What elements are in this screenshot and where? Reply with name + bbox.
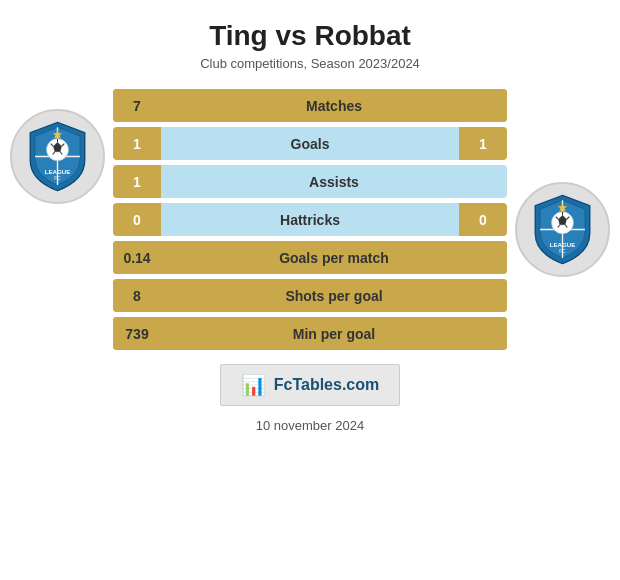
goals-per-match-label: Goals per match	[161, 241, 507, 274]
assists-label: Assists	[161, 165, 507, 198]
stat-row-min-per-goal: 739 Min per goal	[113, 317, 507, 350]
stat-row-matches: 7 Matches	[113, 89, 507, 122]
min-per-goal-label: Min per goal	[161, 317, 507, 350]
fctables-text: FcTables.com	[274, 376, 380, 394]
main-content: LEAGUE FC 7 Matches 1 Goals 1 1 Assists	[10, 89, 610, 350]
assists-left-value: 1	[113, 165, 161, 198]
stats-container: 7 Matches 1 Goals 1 1 Assists 0 Hattrick…	[105, 89, 515, 350]
shots-per-goal-left-value: 8	[113, 279, 161, 312]
shots-per-goal-label: Shots per goal	[161, 279, 507, 312]
hattricks-right-value: 0	[459, 203, 507, 236]
footer-date: 10 november 2024	[256, 418, 364, 433]
stat-row-assists: 1 Assists	[113, 165, 507, 198]
hattricks-label: Hattricks	[161, 203, 459, 236]
svg-text:FC: FC	[54, 176, 61, 181]
team-logo-right-svg: LEAGUE FC	[525, 192, 600, 267]
page-wrapper: Ting vs Robbat Club competitions, Season…	[0, 0, 620, 580]
page-title: Ting vs Robbat	[209, 20, 411, 52]
team-logo-right: LEAGUE FC	[515, 182, 610, 277]
stat-row-goals: 1 Goals 1	[113, 127, 507, 160]
stat-row-hattricks: 0 Hattricks 0	[113, 203, 507, 236]
matches-label: Matches	[161, 89, 507, 122]
stat-row-shots-per-goal: 8 Shots per goal	[113, 279, 507, 312]
min-per-goal-left-value: 739	[113, 317, 161, 350]
page-subtitle: Club competitions, Season 2023/2024	[200, 56, 420, 71]
fctables-icon: 📊	[241, 373, 266, 397]
svg-text:LEAGUE: LEAGUE	[550, 241, 576, 248]
hattricks-left-value: 0	[113, 203, 161, 236]
goals-right-value: 1	[459, 127, 507, 160]
svg-text:FC: FC	[559, 249, 566, 254]
stat-row-goals-per-match: 0.14 Goals per match	[113, 241, 507, 274]
goals-left-value: 1	[113, 127, 161, 160]
team-logo-left-svg: LEAGUE FC	[20, 119, 95, 194]
goals-per-match-left-value: 0.14	[113, 241, 161, 274]
goals-label: Goals	[161, 127, 459, 160]
fctables-banner[interactable]: 📊 FcTables.com	[220, 364, 401, 406]
svg-text:LEAGUE: LEAGUE	[45, 168, 71, 175]
matches-left-value: 7	[113, 89, 161, 122]
team-logo-left: LEAGUE FC	[10, 109, 105, 204]
